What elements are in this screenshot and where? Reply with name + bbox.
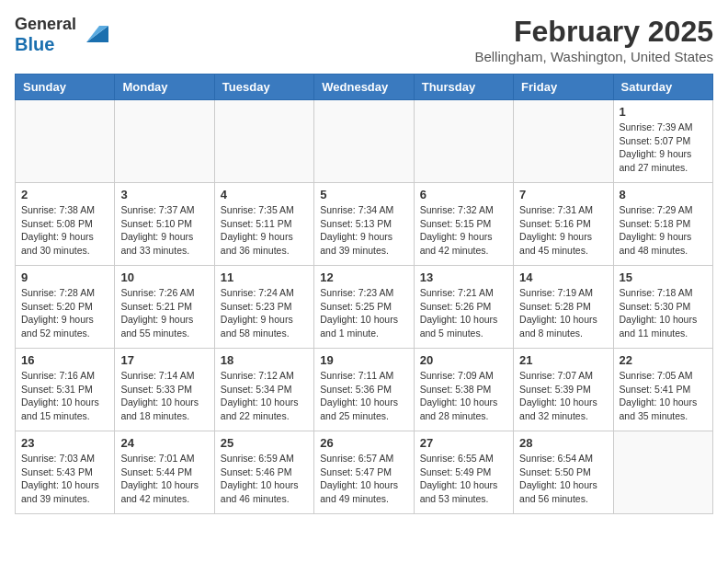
day-number: 11 [221, 270, 308, 284]
calendar-cell [16, 100, 115, 183]
day-number: 18 [221, 353, 308, 367]
day-info: Sunrise: 7:16 AM Sunset: 5:31 PM Dayligh… [21, 369, 108, 423]
calendar-cell [214, 100, 313, 183]
calendar-cell: 15Sunrise: 7:18 AM Sunset: 5:30 PM Dayli… [613, 266, 712, 349]
day-number: 15 [620, 270, 707, 284]
day-number: 19 [320, 353, 407, 367]
calendar-cell: 4Sunrise: 7:35 AM Sunset: 5:11 PM Daylig… [214, 183, 313, 266]
calendar-cell: 13Sunrise: 7:21 AM Sunset: 5:26 PM Dayli… [414, 266, 513, 349]
col-monday: Monday [115, 75, 214, 100]
day-info: Sunrise: 7:39 AM Sunset: 5:07 PM Dayligh… [620, 121, 707, 175]
day-info: Sunrise: 7:23 AM Sunset: 5:25 PM Dayligh… [320, 286, 407, 340]
col-friday: Friday [514, 75, 613, 100]
day-number: 24 [120, 436, 208, 450]
day-info: Sunrise: 7:24 AM Sunset: 5:23 PM Dayligh… [221, 286, 308, 340]
day-number: 13 [420, 270, 507, 284]
day-number: 2 [21, 188, 108, 201]
day-info: Sunrise: 7:07 AM Sunset: 5:39 PM Dayligh… [519, 369, 607, 423]
col-sunday: Sunday [16, 75, 115, 100]
day-info: Sunrise: 7:19 AM Sunset: 5:28 PM Dayligh… [519, 286, 607, 340]
calendar-cell: 6Sunrise: 7:32 AM Sunset: 5:15 PM Daylig… [414, 183, 513, 266]
calendar-cell: 16Sunrise: 7:16 AM Sunset: 5:31 PM Dayli… [16, 349, 115, 431]
col-wednesday: Wednesday [314, 75, 414, 100]
day-number: 26 [320, 436, 407, 450]
day-info: Sunrise: 7:21 AM Sunset: 5:26 PM Dayligh… [420, 286, 507, 340]
day-info: Sunrise: 7:14 AM Sunset: 5:33 PM Dayligh… [120, 369, 208, 423]
day-info: Sunrise: 7:09 AM Sunset: 5:38 PM Dayligh… [420, 369, 507, 423]
calendar-cell: 3Sunrise: 7:37 AM Sunset: 5:10 PM Daylig… [115, 183, 214, 266]
calendar-cell: 1Sunrise: 7:39 AM Sunset: 5:07 PM Daylig… [613, 100, 712, 183]
day-number: 6 [420, 188, 507, 201]
day-info: Sunrise: 6:54 AM Sunset: 5:50 PM Dayligh… [519, 452, 607, 506]
calendar-cell: 20Sunrise: 7:09 AM Sunset: 5:38 PM Dayli… [414, 349, 513, 431]
day-info: Sunrise: 7:34 AM Sunset: 5:13 PM Dayligh… [320, 203, 407, 258]
calendar-cell [314, 100, 414, 183]
day-info: Sunrise: 7:11 AM Sunset: 5:36 PM Dayligh… [320, 369, 407, 423]
day-number: 16 [21, 353, 108, 367]
day-info: Sunrise: 7:31 AM Sunset: 5:16 PM Dayligh… [519, 203, 607, 258]
location: Bellingham, Washington, United States [474, 49, 713, 64]
calendar-week-row: 23Sunrise: 7:03 AM Sunset: 5:43 PM Dayli… [16, 431, 713, 514]
calendar-cell: 28Sunrise: 6:54 AM Sunset: 5:50 PM Dayli… [514, 431, 613, 514]
calendar-cell: 21Sunrise: 7:07 AM Sunset: 5:39 PM Dayli… [514, 349, 613, 431]
day-number: 23 [21, 436, 108, 450]
calendar-header-row: Sunday Monday Tuesday Wednesday Thursday… [16, 75, 713, 100]
day-info: Sunrise: 7:32 AM Sunset: 5:15 PM Dayligh… [420, 203, 507, 258]
day-number: 1 [620, 105, 707, 119]
day-number: 22 [620, 353, 707, 367]
day-info: Sunrise: 7:29 AM Sunset: 5:18 PM Dayligh… [620, 203, 707, 258]
day-info: Sunrise: 7:37 AM Sunset: 5:10 PM Dayligh… [120, 203, 208, 258]
month-title: February 2025 [474, 15, 713, 49]
calendar-cell: 7Sunrise: 7:31 AM Sunset: 5:16 PM Daylig… [514, 183, 613, 266]
calendar-cell: 27Sunrise: 6:55 AM Sunset: 5:49 PM Dayli… [414, 431, 513, 514]
calendar-cell: 25Sunrise: 6:59 AM Sunset: 5:46 PM Dayli… [214, 431, 313, 514]
day-number: 10 [120, 270, 208, 284]
calendar-cell: 18Sunrise: 7:12 AM Sunset: 5:34 PM Dayli… [214, 349, 313, 431]
calendar-week-row: 2Sunrise: 7:38 AM Sunset: 5:08 PM Daylig… [16, 183, 713, 266]
day-info: Sunrise: 6:57 AM Sunset: 5:47 PM Dayligh… [320, 452, 407, 506]
day-info: Sunrise: 7:18 AM Sunset: 5:30 PM Dayligh… [620, 286, 707, 340]
calendar-cell: 2Sunrise: 7:38 AM Sunset: 5:08 PM Daylig… [16, 183, 115, 266]
logo-general: General [15, 15, 76, 33]
day-number: 28 [519, 436, 607, 450]
calendar-week-row: 16Sunrise: 7:16 AM Sunset: 5:31 PM Dayli… [16, 349, 713, 431]
calendar-cell: 12Sunrise: 7:23 AM Sunset: 5:25 PM Dayli… [314, 266, 414, 349]
calendar-cell: 14Sunrise: 7:19 AM Sunset: 5:28 PM Dayli… [514, 266, 613, 349]
logo-blue: Blue [15, 34, 54, 54]
day-number: 27 [420, 436, 507, 450]
col-tuesday: Tuesday [214, 75, 313, 100]
day-info: Sunrise: 6:59 AM Sunset: 5:46 PM Dayligh… [221, 452, 308, 506]
day-number: 4 [221, 188, 308, 201]
calendar-cell: 5Sunrise: 7:34 AM Sunset: 5:13 PM Daylig… [314, 183, 414, 266]
calendar-cell: 23Sunrise: 7:03 AM Sunset: 5:43 PM Dayli… [16, 431, 115, 514]
day-number: 3 [120, 188, 208, 201]
title-block: February 2025 Bellingham, Washington, Un… [474, 15, 713, 64]
day-number: 9 [21, 270, 108, 284]
calendar-cell [613, 431, 712, 514]
calendar-cell: 22Sunrise: 7:05 AM Sunset: 5:41 PM Dayli… [613, 349, 712, 431]
logo: General Blue [15, 15, 108, 55]
calendar-cell: 11Sunrise: 7:24 AM Sunset: 5:23 PM Dayli… [214, 266, 313, 349]
day-number: 21 [519, 353, 607, 367]
day-info: Sunrise: 7:05 AM Sunset: 5:41 PM Dayligh… [620, 369, 707, 423]
calendar-cell: 8Sunrise: 7:29 AM Sunset: 5:18 PM Daylig… [613, 183, 712, 266]
day-number: 20 [420, 353, 507, 367]
calendar-cell [414, 100, 513, 183]
calendar-table: Sunday Monday Tuesday Wednesday Thursday… [15, 74, 713, 514]
col-saturday: Saturday [613, 75, 712, 100]
calendar-cell: 17Sunrise: 7:14 AM Sunset: 5:33 PM Dayli… [115, 349, 214, 431]
calendar-cell: 10Sunrise: 7:26 AM Sunset: 5:21 PM Dayli… [115, 266, 214, 349]
day-number: 8 [620, 188, 707, 201]
page-header: General Blue February 2025 Bellingham, W… [15, 15, 713, 64]
day-info: Sunrise: 7:12 AM Sunset: 5:34 PM Dayligh… [221, 369, 308, 423]
calendar-cell: 19Sunrise: 7:11 AM Sunset: 5:36 PM Dayli… [314, 349, 414, 431]
day-info: Sunrise: 7:26 AM Sunset: 5:21 PM Dayligh… [120, 286, 208, 340]
day-info: Sunrise: 6:55 AM Sunset: 5:49 PM Dayligh… [420, 452, 507, 506]
day-number: 5 [320, 188, 407, 201]
day-number: 25 [221, 436, 308, 450]
calendar-cell [514, 100, 613, 183]
day-info: Sunrise: 7:35 AM Sunset: 5:11 PM Dayligh… [221, 203, 308, 258]
calendar-cell: 9Sunrise: 7:28 AM Sunset: 5:20 PM Daylig… [16, 266, 115, 349]
calendar-cell: 26Sunrise: 6:57 AM Sunset: 5:47 PM Dayli… [314, 431, 414, 514]
day-number: 17 [120, 353, 208, 367]
